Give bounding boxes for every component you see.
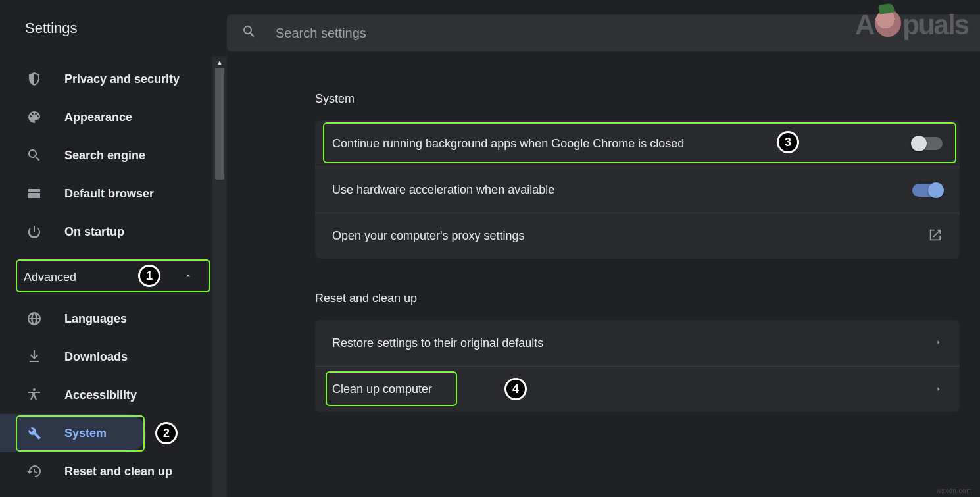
sidebar-item-label: Appearance xyxy=(64,111,132,124)
scrollbar-thumb[interactable] xyxy=(215,68,224,180)
sidebar-item-label: Downloads xyxy=(64,350,128,364)
section-heading-reset: Reset and clean up xyxy=(315,292,973,305)
row-label: Use hardware acceleration when available xyxy=(332,183,554,197)
sidebar-item-downloads[interactable]: Downloads xyxy=(0,338,206,376)
setting-row-hardware-accel[interactable]: Use hardware acceleration when available xyxy=(315,167,960,213)
sidebar: ▲ Privacy and security Appearance Search… xyxy=(0,56,227,497)
accessibility-icon xyxy=(25,386,43,404)
annotation-1: 1 xyxy=(138,265,160,287)
chevron-right-icon xyxy=(935,384,943,396)
highlight-box-3 xyxy=(323,122,956,163)
sidebar-item-label: Search engine xyxy=(64,149,145,163)
magnify-icon xyxy=(25,146,43,165)
sidebar-item-label: Default browser xyxy=(64,187,154,201)
sidebar-item-label: On startup xyxy=(64,225,124,239)
sidebar-item-appearance[interactable]: Appearance xyxy=(0,98,206,136)
row-label: Open your computer's proxy settings xyxy=(332,229,525,243)
section-heading-system: System xyxy=(315,92,973,106)
sidebar-item-label: Accessibility xyxy=(64,388,137,402)
sidebar-item-on-startup[interactable]: On startup xyxy=(0,213,206,251)
palette-icon xyxy=(25,108,43,126)
sidebar-item-label: Languages xyxy=(64,312,127,326)
download-icon xyxy=(25,348,43,366)
sidebar-item-accessibility[interactable]: Accessibility xyxy=(0,376,206,414)
globe-icon xyxy=(25,309,43,328)
power-icon xyxy=(25,222,43,241)
setting-row-proxy[interactable]: Open your computer's proxy settings xyxy=(315,213,960,259)
setting-row-clean-up[interactable]: Clean up computer 4 xyxy=(315,366,960,412)
annotation-3: 3 xyxy=(777,131,799,153)
highlight-box-4 xyxy=(326,371,457,406)
row-label: Restore settings to their original defau… xyxy=(332,336,543,350)
shield-icon xyxy=(25,70,43,88)
page-title: Settings xyxy=(25,20,78,37)
sidebar-item-default-browser[interactable]: Default browser xyxy=(0,174,206,213)
highlight-box-1 xyxy=(16,259,210,292)
watermark-mascot-icon xyxy=(875,9,901,37)
annotation-2: 2 xyxy=(155,422,178,444)
highlight-box-2 xyxy=(16,415,145,452)
restore-icon xyxy=(25,462,43,481)
annotation-4: 4 xyxy=(504,378,527,400)
browser-icon xyxy=(25,184,43,203)
reset-card: Restore settings to their original defau… xyxy=(315,320,960,412)
watermark-letter-a: A xyxy=(855,9,873,41)
system-card: Continue running background apps when Go… xyxy=(315,120,960,259)
sidebar-item-label: Reset and clean up xyxy=(64,465,172,479)
sidebar-item-languages[interactable]: Languages xyxy=(0,300,206,338)
search-icon xyxy=(241,24,257,42)
setting-row-background-apps[interactable]: Continue running background apps when Go… xyxy=(315,120,960,167)
watermark-logo: A puals xyxy=(855,7,968,41)
sidebar-item-search-engine[interactable]: Search engine xyxy=(0,136,206,174)
sidebar-item-reset[interactable]: Reset and clean up xyxy=(0,452,206,490)
toggle-hardware-accel[interactable] xyxy=(912,184,943,197)
watermark-letter-rest: puals xyxy=(902,9,968,41)
setting-row-restore-defaults[interactable]: Restore settings to their original defau… xyxy=(315,320,960,366)
scroll-up-arrow[interactable]: ▲ xyxy=(212,56,227,68)
open-external-icon xyxy=(928,228,943,245)
sidebar-item-label: Privacy and security xyxy=(64,72,180,86)
source-attribution: wsxdn.com xyxy=(936,487,972,494)
sidebar-item-privacy[interactable]: Privacy and security xyxy=(0,60,206,98)
chevron-right-icon xyxy=(935,337,943,349)
